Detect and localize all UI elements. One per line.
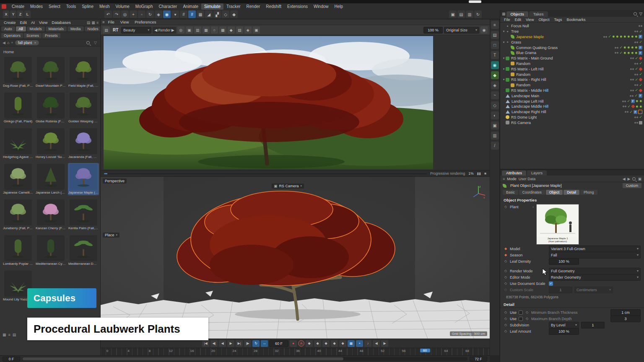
object-row-rs-matrix-left-hill[interactable]: ▾RS Matrix - Left Hill✓ <box>500 66 644 72</box>
enabled-check-icon[interactable]: ✓ <box>619 46 623 49</box>
editor-visibility-dot[interactable] <box>630 79 632 80</box>
material-sphere-icon[interactable] <box>636 100 639 103</box>
sound-button[interactable]: ♪ <box>364 340 371 347</box>
assets-tab-models[interactable]: Models <box>27 26 45 31</box>
anim-diamond-icon[interactable]: ◆ <box>504 253 508 257</box>
anim-diamond-icon[interactable]: ◇ <box>504 317 508 321</box>
render-visibility-dot[interactable] <box>641 25 642 27</box>
render-visibility-dot[interactable] <box>632 95 634 97</box>
render-menu-file[interactable]: File <box>106 19 117 25</box>
om-tab-takes[interactable]: Takes <box>529 11 548 17</box>
attr-category-basic[interactable]: Basic <box>503 190 518 195</box>
render-visibility-dot[interactable] <box>617 52 618 54</box>
visibility-dots[interactable] <box>634 116 638 118</box>
enabled-check-icon[interactable]: ✓ <box>639 40 642 44</box>
enabled-check-icon[interactable]: ✓ <box>635 67 638 71</box>
material-sphere-icon[interactable] <box>627 52 630 54</box>
custom-button[interactable]: Custom <box>623 183 641 188</box>
go-to-start-button[interactable]: |◀ <box>202 340 209 347</box>
stop-render-icon[interactable]: ■ <box>484 171 486 176</box>
editor-visibility-dot[interactable] <box>634 41 636 43</box>
om-filter-icon[interactable]: ▽ <box>639 11 642 16</box>
redshift-material-icon[interactable] <box>639 67 642 71</box>
place-tool-label[interactable]: Place▾ <box>103 233 119 238</box>
menu-extensions[interactable]: Extensions <box>284 3 311 10</box>
om-search-icon[interactable] <box>634 12 637 16</box>
minimum-branch-thickness-field[interactable]: 1 cm <box>610 309 641 316</box>
view-label[interactable]: Perspective <box>103 178 127 184</box>
minimum-branch-thickness-use-checkbox[interactable] <box>519 310 523 315</box>
grid-snap-icon[interactable]: # <box>188 10 196 18</box>
undo-icon[interactable]: ↶ <box>104 10 112 18</box>
attr-tab-attributes[interactable]: Attributes <box>502 171 526 176</box>
leaf-amount-field[interactable]: 100 % <box>549 328 579 335</box>
viewport-menu-icon[interactable]: ≡ <box>102 20 105 24</box>
fields-tag-icon[interactable]: F <box>639 94 642 98</box>
object-row-common-quaking-grass[interactable]: Common Quaking Grass✓F <box>500 45 644 50</box>
maximum-branch-depth-field[interactable]: 3 <box>610 315 641 322</box>
isolate-icon[interactable]: ○ <box>211 26 218 34</box>
object-row-rs-camera[interactable]: RS Camera <box>500 120 644 125</box>
go-to-end-button[interactable]: |▶ <box>244 340 251 347</box>
next-marker-button[interactable]: ▶ <box>381 340 388 347</box>
om-menu-file[interactable]: File <box>502 17 512 23</box>
material-sphere-icon[interactable] <box>623 52 626 54</box>
material-sphere-icon[interactable] <box>627 46 630 49</box>
render-region-icon[interactable]: ▥ <box>491 132 499 140</box>
keyframe-selection-button[interactable]: ▦ <box>348 340 355 347</box>
enabled-check-icon[interactable]: ✓ <box>639 83 642 87</box>
view-layout-icon[interactable]: ▤ <box>491 31 499 39</box>
prev-render-icon[interactable]: ◀ <box>154 28 157 32</box>
render-visibility-dot[interactable] <box>605 36 607 38</box>
editor-visibility-dot[interactable] <box>615 47 616 49</box>
menu-tracker[interactable]: Tracker <box>223 3 244 10</box>
leaf-density-field[interactable]: 100 % <box>549 258 579 265</box>
back-icon[interactable]: ◀ <box>3 41 5 45</box>
subdivision-dropdown[interactable]: By Level▾ <box>549 322 579 328</box>
render-settings-gear-icon[interactable]: ◉ <box>480 26 488 34</box>
asset-item-mediterranean-dwarf[interactable]: Mediterranean Dwarf ... <box>68 234 99 266</box>
material-sphere-icon[interactable] <box>631 35 634 38</box>
editor-visibility-dot[interactable] <box>634 116 636 118</box>
snapshot-icon[interactable]: ◈ <box>244 26 252 34</box>
maximum-branch-depth-use-checkbox[interactable] <box>519 317 523 321</box>
ping-pong-button[interactable]: ↔ <box>261 340 268 347</box>
assets-view-icon-3[interactable]: ≡ <box>96 21 99 25</box>
assets-menu-edit[interactable]: Edit <box>18 20 29 25</box>
menu-mograph[interactable]: MoGraph <box>132 3 156 10</box>
asset-item-juneberry-fall-plant[interactable]: Juneberry (Fall, Plant) <box>3 199 34 231</box>
material-sphere-icon[interactable] <box>616 35 619 38</box>
live-selection-icon[interactable]: ◎ <box>121 10 129 18</box>
frame-tick[interactable]: 68 <box>462 349 473 353</box>
frame-tick[interactable]: 52 <box>378 349 388 353</box>
custom-scale-field[interactable]: 1 <box>549 287 572 293</box>
rt-label[interactable]: RT <box>111 28 120 32</box>
expand-arrow-icon[interactable]: ▾ <box>502 67 506 71</box>
assets-tab-auto[interactable]: Auto <box>1 26 15 31</box>
material-sphere-icon[interactable] <box>612 35 615 38</box>
loop-mode-button[interactable]: ↻ <box>252 340 260 347</box>
frame-tick[interactable]: 28 <box>251 349 261 353</box>
om-menu-edit[interactable]: Edit <box>513 17 524 23</box>
scale-tool-icon[interactable]: ▫ <box>138 10 145 18</box>
render-visibility-dot[interactable] <box>625 106 626 107</box>
assets-tab-materials[interactable]: Materials <box>46 26 67 31</box>
material-sphere-icon[interactable] <box>639 105 642 108</box>
object-row-japanese-maple[interactable]: Japanese Maple✓F <box>500 34 644 40</box>
visibility-dots[interactable] <box>630 95 634 97</box>
next-render-icon[interactable]: ▶ <box>171 28 174 32</box>
editor-visibility-dot[interactable] <box>630 68 632 70</box>
material-sphere-icon[interactable] <box>639 100 642 103</box>
season-dropdown[interactable]: Fall▾ <box>549 252 641 259</box>
timeline-ruler[interactable]: 048121620242832364044485256606468 <box>101 348 490 355</box>
fields-tag-icon[interactable]: F <box>639 51 642 55</box>
asset-item-mediterranean-cypres[interactable]: Mediterranean Cypres... <box>35 234 66 266</box>
enabled-check-icon[interactable]: ✓ <box>639 62 642 65</box>
prev-key-button[interactable]: ◀| <box>210 340 218 347</box>
enabled-check-icon[interactable]: ✓ <box>629 110 633 114</box>
fullscreen-icon[interactable]: ▣ <box>253 26 260 34</box>
menu-character[interactable]: Character <box>156 3 180 10</box>
anim-diamond-icon[interactable]: ◇ <box>504 310 508 314</box>
asset-icon[interactable]: ◆ <box>230 10 238 18</box>
object-row-tree[interactable]: ▾+Tree✓ <box>500 29 644 34</box>
